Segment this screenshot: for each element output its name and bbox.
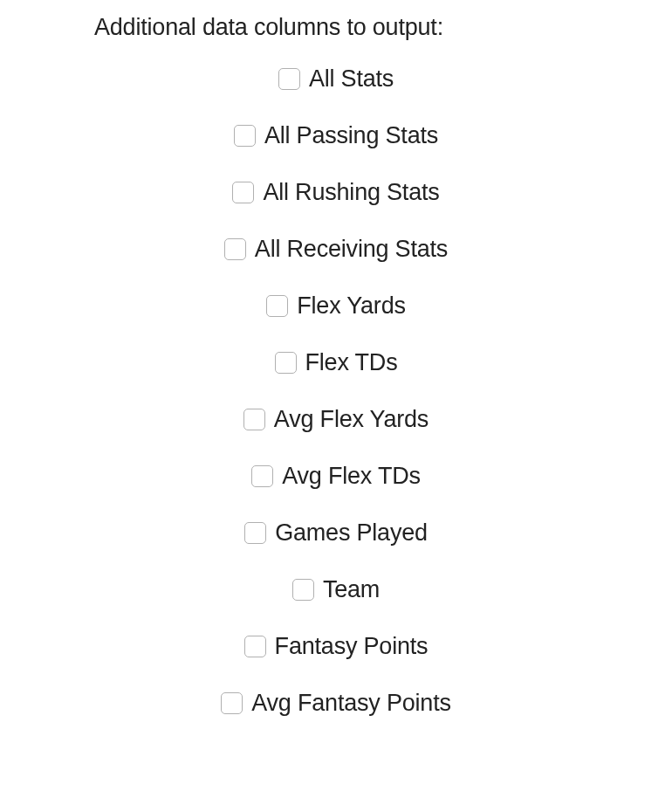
option-fantasy-points: Fantasy Points — [244, 633, 429, 660]
option-label: Team — [323, 576, 380, 603]
additional-columns-section: Additional data columns to output: All S… — [0, 0, 672, 717]
checkbox-avg-flex-tds[interactable] — [251, 465, 273, 487]
option-flex-tds: Flex TDs — [275, 349, 398, 376]
option-label: Avg Flex TDs — [282, 463, 421, 490]
options-list: All Stats All Passing Stats All Rushing … — [0, 65, 672, 717]
checkbox-avg-fantasy-points[interactable] — [221, 692, 243, 714]
checkbox-avg-flex-yards[interactable] — [243, 409, 265, 430]
checkbox-games-played[interactable] — [244, 522, 266, 544]
option-label: All Passing Stats — [264, 122, 438, 149]
checkbox-flex-yards[interactable] — [266, 295, 288, 317]
option-label: Flex Yards — [297, 292, 406, 320]
option-label: All Receiving Stats — [255, 236, 448, 263]
option-all-passing-stats: All Passing Stats — [234, 122, 438, 149]
option-avg-flex-tds: Avg Flex TDs — [251, 463, 421, 490]
checkbox-flex-tds[interactable] — [275, 352, 297, 374]
checkbox-team[interactable] — [292, 579, 314, 601]
option-avg-flex-yards: Avg Flex Yards — [243, 406, 429, 433]
option-label: Flex TDs — [305, 349, 398, 376]
checkbox-all-passing-stats[interactable] — [234, 125, 256, 147]
option-label: Fantasy Points — [275, 633, 429, 660]
option-label: Games Played — [275, 519, 428, 547]
option-all-receiving-stats: All Receiving Stats — [224, 236, 448, 263]
option-label: All Stats — [309, 65, 394, 93]
option-team: Team — [292, 576, 380, 603]
option-all-stats: All Stats — [278, 65, 394, 93]
option-games-played: Games Played — [244, 519, 428, 547]
checkbox-all-stats[interactable] — [278, 68, 300, 90]
section-heading: Additional data columns to output: — [0, 14, 672, 41]
option-label: All Rushing Stats — [263, 179, 439, 206]
option-avg-fantasy-points: Avg Fantasy Points — [221, 690, 451, 717]
checkbox-fantasy-points[interactable] — [244, 636, 266, 657]
checkbox-all-rushing-stats[interactable] — [232, 182, 254, 203]
option-all-rushing-stats: All Rushing Stats — [232, 179, 439, 206]
option-flex-yards: Flex Yards — [266, 292, 406, 320]
option-label: Avg Flex Yards — [274, 406, 429, 433]
option-label: Avg Fantasy Points — [251, 690, 451, 717]
checkbox-all-receiving-stats[interactable] — [224, 238, 246, 260]
